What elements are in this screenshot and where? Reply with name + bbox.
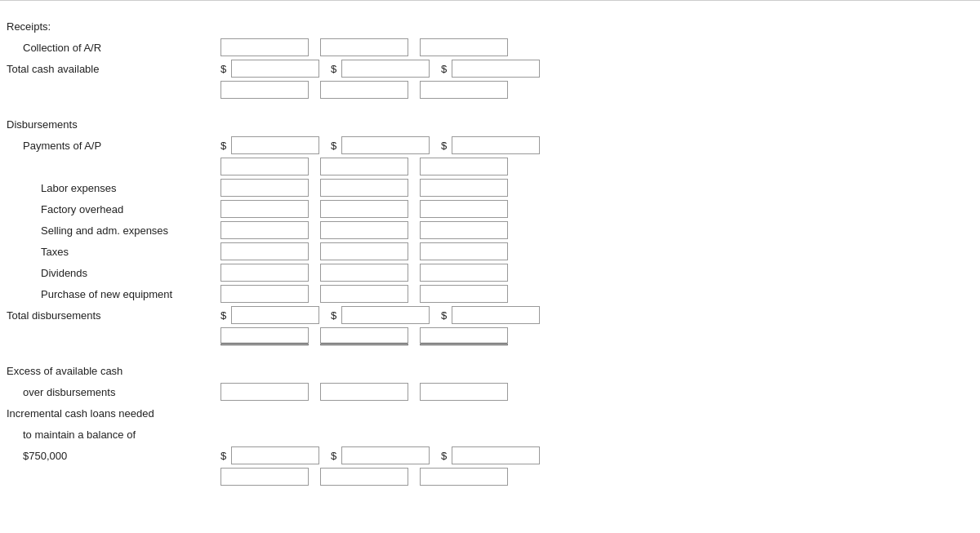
ap-blank-field-3[interactable] — [420, 158, 508, 175]
over-disb-input-3 — [420, 383, 508, 401]
payments-ap-field-3[interactable] — [452, 136, 540, 154]
purchase-equipment-row: Purchase of new equipment — [0, 283, 980, 304]
total-cash-blank-row — [0, 79, 980, 100]
payments-dollar-1: $ — [220, 140, 229, 152]
amount-750-input-3: $ — [441, 446, 540, 464]
collection-ar-field-3[interactable] — [420, 38, 508, 56]
excess-header-row: Excess of available cash — [0, 360, 980, 381]
dividends-field-2[interactable] — [320, 264, 408, 282]
total-disb-double-inputs — [220, 327, 508, 345]
purchase-equipment-field-1[interactable] — [220, 285, 309, 303]
factory-field-2[interactable] — [320, 200, 408, 218]
labor-field-3[interactable] — [420, 179, 508, 197]
selling-field-1[interactable] — [220, 221, 309, 239]
selling-input-2 — [320, 221, 408, 239]
payments-ap-input-3: $ — [441, 136, 540, 154]
total-cash-label: Total cash available — [0, 63, 220, 75]
amount-750-field-2[interactable] — [341, 446, 430, 464]
spacer-1 — [0, 100, 980, 113]
purchase-equipment-field-3[interactable] — [420, 285, 508, 303]
collection-ar-field-2[interactable] — [320, 38, 408, 56]
dividends-inputs — [220, 264, 508, 282]
ap-blank-2 — [320, 158, 408, 175]
dividends-input-3 — [420, 264, 508, 282]
labor-input-3 — [420, 179, 508, 197]
factory-inputs — [220, 200, 508, 218]
purchase-equipment-label: Purchase of new equipment — [0, 288, 220, 300]
main-layout: Receipts: Collection of A/R Total cash a… — [0, 9, 980, 494]
page-container: Receipts: Collection of A/R Total cash a… — [0, 0, 980, 533]
amount-750-field-3[interactable] — [452, 446, 540, 464]
selling-input-3 — [420, 221, 508, 239]
labor-row: Labor expenses — [0, 177, 980, 198]
amount-750-blank-field-2[interactable] — [320, 468, 408, 486]
dollar-sign-1: $ — [220, 63, 229, 75]
disbursements-label: Disbursements — [0, 118, 220, 131]
dividends-input-2 — [320, 264, 408, 282]
labor-input-1 — [220, 179, 309, 197]
total-cash-field-2[interactable] — [341, 60, 430, 78]
total-cash-inputs: $ $ $ — [220, 60, 540, 78]
amount-750-blank-field-3[interactable] — [420, 468, 508, 486]
total-disb-double-field-3[interactable] — [420, 327, 508, 345]
taxes-field-3[interactable] — [420, 242, 508, 260]
amount-750-label: $750,000 — [0, 450, 220, 462]
payments-dollar-2: $ — [331, 140, 339, 152]
payments-ap-inputs: $ $ $ — [220, 136, 540, 154]
amount-750-field-1[interactable] — [231, 446, 319, 464]
selling-row: Selling and adm. expenses — [0, 220, 980, 241]
selling-field-2[interactable] — [320, 221, 408, 239]
taxes-field-2[interactable] — [320, 242, 408, 260]
receipts-header-row: Receipts: — [0, 16, 980, 37]
ap-blank-field-2[interactable] — [320, 158, 408, 175]
total-disb-field-2[interactable] — [341, 306, 430, 324]
factory-field-3[interactable] — [420, 200, 508, 218]
amount-750-blank-field-1[interactable] — [220, 468, 309, 486]
total-disb-double-field-1[interactable] — [220, 327, 309, 345]
over-disb-field-2[interactable] — [320, 383, 408, 401]
purchase-equipment-field-2[interactable] — [320, 285, 408, 303]
over-disb-input-2 — [320, 383, 408, 401]
total-cash-field-1[interactable] — [231, 60, 319, 78]
total-disb-double-row — [0, 326, 980, 347]
total-cash-blank-field-3[interactable] — [420, 81, 508, 99]
over-disb-field-3[interactable] — [420, 383, 508, 401]
payments-ap-input-1: $ — [220, 136, 319, 154]
purchase-equipment-inputs — [220, 285, 508, 303]
ap-blank-field-1[interactable] — [220, 158, 309, 175]
labor-label: Labor expenses — [0, 182, 220, 194]
disbursements-header-row: Disbursements — [0, 113, 980, 135]
total-disb-dollar-1: $ — [220, 309, 229, 322]
amount-750-blank-inputs — [220, 468, 508, 486]
over-disb-field-1[interactable] — [220, 383, 309, 401]
amount-750-blank-3 — [420, 468, 508, 486]
amount-750-input-1: $ — [220, 446, 319, 464]
total-cash-row: Total cash available $ $ $ — [0, 58, 980, 79]
selling-field-3[interactable] — [420, 221, 508, 239]
labor-inputs — [220, 179, 508, 197]
dollar-sign-2: $ — [331, 63, 339, 75]
total-cash-blank-field-2[interactable] — [320, 81, 408, 99]
purchase-equipment-input-2 — [320, 285, 408, 303]
receipts-label: Receipts: — [0, 20, 220, 33]
factory-input-1 — [220, 200, 309, 218]
collection-ar-label: Collection of A/R — [0, 42, 220, 54]
payments-ap-field-2[interactable] — [341, 136, 430, 154]
total-disb-double-field-2[interactable] — [320, 327, 408, 345]
dividends-field-1[interactable] — [220, 264, 309, 282]
factory-field-1[interactable] — [220, 200, 309, 218]
labor-field-1[interactable] — [220, 179, 309, 197]
amount-750-row: $750,000 $ $ $ — [0, 445, 980, 466]
total-disb-field-3[interactable] — [452, 306, 540, 324]
total-disb-double-2 — [320, 327, 408, 345]
total-cash-blank-field-1[interactable] — [220, 81, 309, 99]
collection-ar-input-1 — [220, 38, 309, 56]
taxes-field-1[interactable] — [220, 242, 309, 260]
total-cash-field-3[interactable] — [452, 60, 540, 78]
payments-ap-field-1[interactable] — [231, 136, 319, 154]
dividends-field-3[interactable] — [420, 264, 508, 282]
labor-field-2[interactable] — [320, 179, 408, 197]
collection-ar-field-1[interactable] — [220, 38, 309, 56]
amount-750-blank-row — [0, 466, 980, 487]
total-disb-field-1[interactable] — [231, 306, 319, 324]
